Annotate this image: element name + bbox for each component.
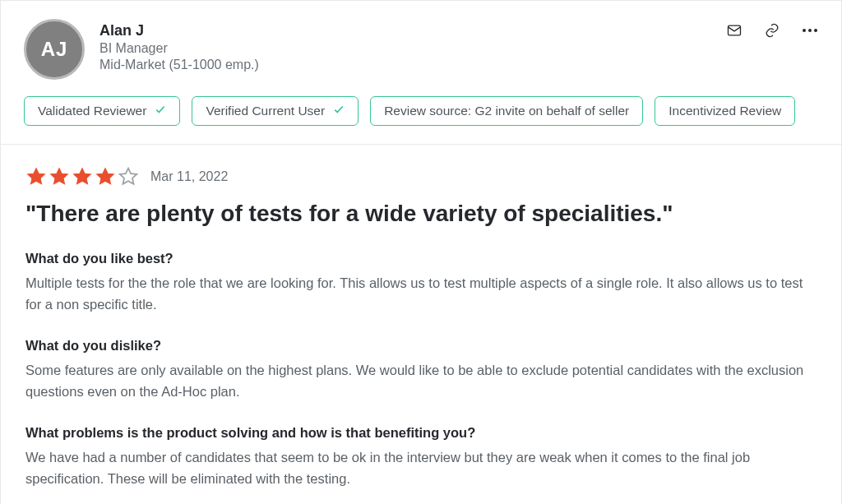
badge-validated: Validated Reviewer xyxy=(24,96,180,126)
answer-dislike: Some features are only available on the … xyxy=(25,360,817,402)
more-icon[interactable] xyxy=(802,22,818,39)
mail-icon[interactable] xyxy=(726,22,743,39)
star-full-icon xyxy=(49,166,70,187)
star-full-icon xyxy=(95,166,116,187)
badge-label: Verified Current User xyxy=(206,104,325,118)
question-like: What do you like best? xyxy=(25,251,817,266)
reviewer-name: Alan J xyxy=(99,22,259,39)
badge-label: Review source: G2 invite on behalf of se… xyxy=(384,104,629,118)
review-title: "There are plenty of tests for a wide va… xyxy=(25,199,817,228)
star-full-icon xyxy=(25,166,47,187)
star-rating xyxy=(25,166,139,187)
badge-source: Review source: G2 invite on behalf of se… xyxy=(370,96,643,126)
badge-row: Validated Reviewer Verified Current User… xyxy=(1,80,841,145)
rating-row: Mar 11, 2022 xyxy=(25,166,817,187)
svg-rect-0 xyxy=(729,25,741,35)
profile-info: Alan J BI Manager Mid-Market (51-1000 em… xyxy=(99,19,259,72)
answer-like: Multiple tests for the the role that we … xyxy=(25,273,817,315)
avatar-initials: AJ xyxy=(41,38,68,61)
review-date: Mar 11, 2022 xyxy=(150,169,228,184)
answer-problems: We have had a number of candidates that … xyxy=(25,447,817,489)
reviewer-market: Mid-Market (51-1000 emp.) xyxy=(99,58,259,72)
star-empty-icon xyxy=(118,166,139,187)
action-bar xyxy=(726,19,818,39)
badge-label: Validated Reviewer xyxy=(38,104,146,118)
star-full-icon xyxy=(72,166,93,187)
avatar: AJ xyxy=(24,19,85,80)
badge-incentivized: Incentivized Review xyxy=(655,96,795,126)
review-body: Mar 11, 2022 "There are plenty of tests … xyxy=(1,145,841,504)
profile-block: AJ Alan J BI Manager Mid-Market (51-1000… xyxy=(24,19,259,80)
check-icon xyxy=(155,104,166,118)
question-dislike: What do you dislike? xyxy=(25,338,817,354)
question-problems: What problems is the product solving and… xyxy=(25,425,817,441)
link-icon[interactable] xyxy=(764,22,780,39)
badge-label: Incentivized Review xyxy=(669,104,781,118)
check-icon xyxy=(333,104,345,118)
reviewer-role: BI Manager xyxy=(99,41,259,56)
badge-verified: Verified Current User xyxy=(192,96,359,126)
review-header: AJ Alan J BI Manager Mid-Market (51-1000… xyxy=(1,1,841,80)
review-card: AJ Alan J BI Manager Mid-Market (51-1000… xyxy=(0,0,842,504)
